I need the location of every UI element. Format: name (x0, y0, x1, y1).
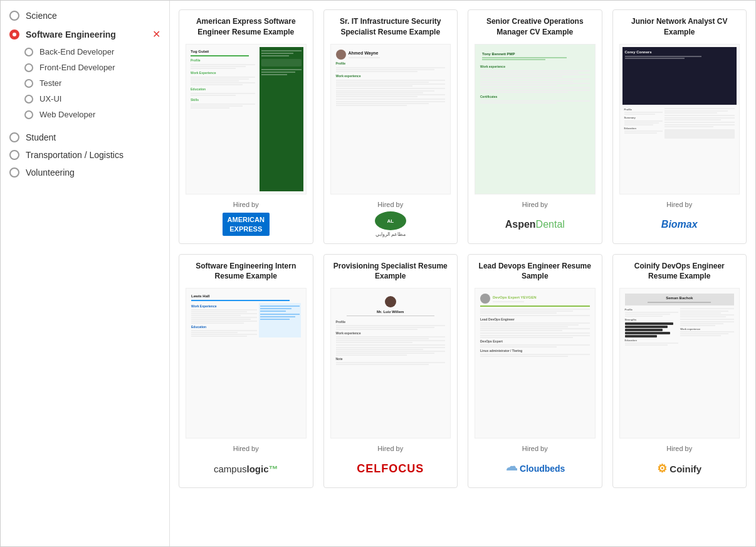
card-thumbnail-7: DevOps Expert YEVGEN Lead DevOps Enginee… (475, 288, 596, 438)
radio-transportation (9, 150, 19, 160)
radio-volunteering (9, 167, 19, 178)
sidebar-item-student[interactable]: Student (1, 129, 169, 146)
company-logo-7: Cloudbeds (505, 456, 565, 481)
sidebar-item-ux-ui[interactable]: UX-UI (24, 91, 169, 107)
label-frontend: Front-End Developer (39, 63, 115, 72)
radio-student (9, 132, 19, 142)
celfocus-logo: CELFOCUS (357, 462, 424, 475)
card-thumbnail-1: Tug Gulati Profile Work Experience (186, 44, 307, 194)
card-thumbnail-3: Tony Bennett PMP Work experience (475, 44, 596, 194)
card-title-6: Provisioning Specialist Resume Example (330, 261, 451, 282)
card-thumbnail-6: Mr. Luiz Willem Profile Work ex (330, 288, 451, 438)
resume-card-2[interactable]: Sr. IT Infrastructure Security Specialis… (323, 9, 458, 244)
sidebar-label-transportation: Transportation / Logistics (26, 150, 123, 160)
card-thumbnail-4: Corey Conners Profile Summary (619, 44, 740, 194)
close-icon[interactable]: ✕ (152, 28, 160, 40)
company-logo-2: AL مطاعم الروابي (375, 212, 406, 237)
hired-by-label-2: Hired by (377, 201, 403, 208)
card-thumbnail-5: Lewis Hall Work Experience (186, 288, 307, 438)
card-title-2: Sr. IT Infrastructure Security Specialis… (330, 16, 451, 38)
card-title-5: Software Engineering Intern Resume Examp… (186, 261, 307, 282)
card-title-3: Senior Creative Operations Manager CV Ex… (475, 16, 596, 38)
card-title-1: American Express Software Engineer Resum… (186, 16, 307, 38)
hired-by-label-4: Hired by (666, 201, 692, 208)
resume-card-8[interactable]: Coinify DevOps Engineer Resume Example S… (612, 254, 747, 489)
company-logo-5: campuslogic™ (214, 456, 278, 481)
resume-card-3[interactable]: Senior Creative Operations Manager CV Ex… (468, 9, 602, 244)
radio-software-engineering (9, 29, 19, 40)
label-tester: Tester (39, 78, 61, 88)
radio-ux-ui (24, 95, 33, 104)
resume-grid: American Express Software Engineer Resum… (179, 9, 747, 488)
company-logo-1: AMERICANEXPRESS (223, 212, 270, 237)
cloudbeds-logo: Cloudbeds (505, 464, 565, 474)
hired-by-label-1: Hired by (233, 201, 259, 208)
company-logo-3: AspenDental (505, 212, 565, 237)
sub-items-container: Back-End Developer Front-End Developer T… (1, 44, 169, 122)
resume-card-6[interactable]: Provisioning Specialist Resume Example M… (323, 254, 458, 489)
hired-by-label-6: Hired by (377, 445, 403, 452)
sidebar-item-volunteering[interactable]: Volunteering (1, 164, 169, 181)
company-logo-8: ⚙ Coinify (657, 456, 701, 481)
coinify-logo: ⚙ Coinify (657, 462, 701, 475)
sidebar: Science Software Engineering ✕ Back-End … (1, 1, 170, 546)
card-title-8: Coinify DevOps Engineer Resume Example (619, 261, 740, 282)
resume-card-5[interactable]: Software Engineering Intern Resume Examp… (179, 254, 313, 489)
company-logo-4: Biomax (661, 212, 698, 237)
hired-by-label-3: Hired by (522, 201, 548, 208)
hired-by-label-8: Hired by (666, 445, 692, 452)
resume-card-7[interactable]: Lead Devops Engineer Resume Sample DevOp… (468, 254, 602, 489)
sidebar-item-transportation[interactable]: Transportation / Logistics (1, 146, 169, 164)
sidebar-label-science: Science (26, 11, 57, 21)
label-web-developer: Web Developer (39, 110, 95, 119)
label-ux-ui: UX-UI (39, 94, 61, 104)
sidebar-item-web-developer[interactable]: Web Developer (24, 107, 169, 122)
aspen-dental-logo: AspenDental (505, 219, 565, 230)
card-title-4: Junior Network Analyst CV Example (619, 16, 740, 38)
sidebar-item-backend[interactable]: Back-End Developer (24, 44, 169, 60)
radio-web-developer (24, 110, 33, 119)
radio-science (9, 11, 19, 21)
radio-backend (24, 48, 33, 56)
card-title-7: Lead Devops Engineer Resume Sample (475, 261, 596, 282)
biomax-logo: Biomax (661, 219, 698, 230)
campuslogic-logo: campuslogic™ (214, 464, 278, 474)
sidebar-label-software-engineering: Software Engineering (26, 29, 116, 40)
sidebar-label-volunteering: Volunteering (26, 167, 75, 178)
sidebar-item-frontend[interactable]: Front-End Developer (24, 60, 169, 75)
resume-card-4[interactable]: Junior Network Analyst CV Example Corey … (612, 9, 747, 244)
sidebar-item-tester[interactable]: Tester (24, 75, 169, 91)
company-logo-6: CELFOCUS (357, 456, 424, 481)
radio-tester (24, 79, 33, 88)
sidebar-item-software-engineering[interactable]: Software Engineering ✕ (1, 24, 169, 44)
card-thumbnail-2: Ahmed Wayne Profile Work experience (330, 44, 451, 194)
radio-frontend (24, 63, 33, 72)
sidebar-item-science[interactable]: Science (1, 7, 169, 24)
card-thumbnail-8: Seman Bachok Profile Strengths (619, 288, 740, 438)
american-express-logo: AMERICANEXPRESS (223, 213, 270, 236)
hired-by-label-7: Hired by (522, 445, 548, 452)
sidebar-label-student: Student (26, 132, 56, 142)
main-content: American Express Software Engineer Resum… (170, 1, 755, 546)
resume-card-1[interactable]: American Express Software Engineer Resum… (179, 9, 313, 244)
label-backend: Back-End Developer (39, 47, 114, 56)
hired-by-label-5: Hired by (233, 445, 259, 452)
